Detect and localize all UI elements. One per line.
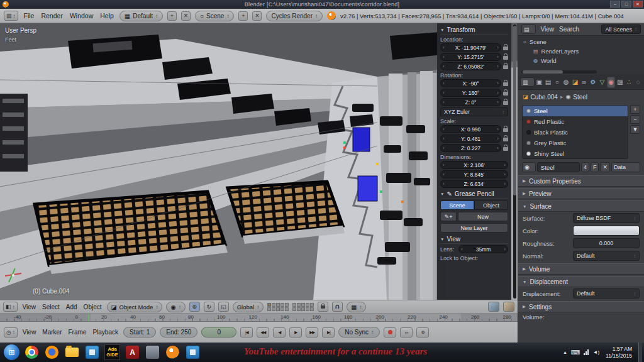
next-keyframe-button[interactable]: ▶▶ xyxy=(306,327,318,337)
timeline-menu-view[interactable]: View xyxy=(21,329,38,336)
menu-help[interactable]: Help xyxy=(99,12,115,19)
manipulator-scale-button[interactable]: ◱ xyxy=(218,302,229,312)
lock-to-scene-button[interactable] xyxy=(318,302,328,312)
show-desktop-button[interactable] xyxy=(638,343,642,362)
n-panel-scrollbar[interactable] xyxy=(513,25,516,299)
material-name-field[interactable]: Steel xyxy=(537,162,580,172)
surface-shader-selector[interactable]: Diffuse BSDF ↕ xyxy=(573,213,640,223)
material-slot-shiny-steel[interactable]: Shiny Steel xyxy=(523,148,628,159)
play-button[interactable]: ▶ xyxy=(289,327,302,337)
manipulator-translate-button[interactable]: ⊕ xyxy=(189,302,200,312)
snap-element-selector[interactable]: ▦ ↕ xyxy=(347,302,366,312)
breadcrumb-material[interactable]: Steel xyxy=(573,94,587,101)
lock-icon[interactable] xyxy=(503,82,508,86)
play-reverse-button[interactable]: ◀ xyxy=(273,327,286,337)
start-button[interactable]: ⊞ xyxy=(4,344,19,360)
timeline-menu-playback[interactable]: Playback xyxy=(91,329,119,336)
frame-start-field[interactable]: Start: 1 xyxy=(123,327,156,337)
tab-object[interactable]: ◪ xyxy=(571,77,579,88)
delete-layout-button[interactable]: ✕ xyxy=(181,11,191,21)
tray-keyboard-icon[interactable]: ⌨ xyxy=(571,349,580,356)
taskbar-media-app-icon[interactable] xyxy=(84,344,100,360)
tab-constraints[interactable]: ∞ xyxy=(580,77,588,88)
tab-modifiers[interactable]: ⚙ xyxy=(589,77,597,88)
settings-panel-header[interactable]: ▶ Settings xyxy=(518,301,644,312)
transform-panel-header[interactable]: ▼ Transform xyxy=(440,25,508,35)
taskbar-clock[interactable]: 1:57 AM 11/15/2015 xyxy=(606,346,632,359)
material-data-source-selector[interactable]: Data ↕ xyxy=(611,162,640,172)
maximize-button[interactable]: □ xyxy=(621,1,631,8)
scene-selector[interactable]: ○ Scene ↕ xyxy=(195,11,234,21)
lock-icon[interactable] xyxy=(503,138,508,141)
outliner-menu-view[interactable]: View xyxy=(541,26,555,33)
tab-scene[interactable]: ○ xyxy=(553,77,561,88)
grease-scene-button[interactable]: Scene xyxy=(440,200,474,210)
dimensions-x-field[interactable]: ‹X: 2.106'› xyxy=(440,161,508,169)
material-slot-red-plastic[interactable]: Red Plastic xyxy=(523,116,628,127)
dimensions-y-field[interactable]: ‹Y: 8.845'› xyxy=(440,170,508,178)
record-button[interactable] xyxy=(384,327,396,337)
rotation-x-field[interactable]: ‹X: -90°› xyxy=(440,79,501,87)
tab-physics[interactable]: ◌ xyxy=(634,77,642,88)
grease-object-button[interactable]: Object xyxy=(474,200,508,210)
location-x-field[interactable]: ‹X: -11.90479'› xyxy=(440,43,501,52)
scale-x-field[interactable]: ‹X: 0.990› xyxy=(440,125,501,133)
render-opengl-anim-button[interactable] xyxy=(503,302,514,312)
outliner-display-selector[interactable]: All Scenes ↕ xyxy=(601,25,641,34)
displacement-selector[interactable]: Default ↕ xyxy=(573,288,640,299)
material-users-button[interactable]: 4 xyxy=(581,162,589,172)
tab-material[interactable]: ◉ xyxy=(607,77,615,88)
mode-selector[interactable]: ◪ Object Mode ↕ xyxy=(107,302,163,312)
outliner-menu-search[interactable]: Search xyxy=(559,26,579,33)
properties-editor-selector[interactable]: ▥ ↕ xyxy=(520,77,535,87)
tab-world[interactable]: ◍ xyxy=(562,77,570,88)
taskbar-app-icon[interactable] xyxy=(145,344,160,360)
viewport-menu-add[interactable]: Add xyxy=(65,304,79,310)
remove-material-slot-button[interactable]: − xyxy=(630,115,640,124)
viewport-menu-select[interactable]: Select xyxy=(41,304,61,310)
viewport-menu-view[interactable]: View xyxy=(21,304,38,310)
outliner-item-scene[interactable]: ○ Scene xyxy=(518,37,644,47)
keyframe-type-button[interactable]: ⚙ xyxy=(416,327,429,337)
timeline-menu-frame[interactable]: Frame xyxy=(67,329,87,336)
close-button[interactable]: ✕ xyxy=(633,1,643,8)
tab-render[interactable]: ▣ xyxy=(535,77,543,88)
snap-toggle-button[interactable]: U xyxy=(332,302,343,312)
scale-y-field[interactable]: ‹Y: 0.481› xyxy=(440,134,501,143)
lock-icon[interactable] xyxy=(503,92,508,96)
tab-render-layers[interactable]: ▤ xyxy=(544,77,552,88)
material-slot-grey-plastic[interactable]: Grey Plastic xyxy=(523,138,628,148)
frame-end-field[interactable]: End: 250 xyxy=(160,327,197,337)
lock-icon[interactable] xyxy=(503,65,508,69)
tab-particles[interactable]: ∴ xyxy=(625,77,633,88)
volume-icon[interactable]: ◄) xyxy=(592,349,599,355)
current-frame-cursor[interactable] xyxy=(88,314,89,321)
roughness-field[interactable]: 0.000 xyxy=(573,238,640,248)
new-layer-button[interactable]: New Layer xyxy=(440,223,508,233)
render-opengl-button[interactable] xyxy=(488,302,499,312)
material-slot-black-plastic[interactable]: Black Plastic xyxy=(523,127,628,138)
scale-z-field[interactable]: ‹Z: 0.227› xyxy=(440,144,501,152)
location-y-field[interactable]: ‹Y: 15.2715'› xyxy=(440,53,501,61)
timeline-editor-selector[interactable]: ◷ ↕ xyxy=(4,327,18,337)
minimize-button[interactable]: – xyxy=(610,1,620,8)
taskbar-blender-icon[interactable] xyxy=(165,344,180,360)
dimensions-z-field[interactable]: ‹Z: 6.634'› xyxy=(440,180,508,188)
layer-grid-2[interactable] xyxy=(292,303,314,311)
outliner-item-world[interactable]: ◍ World xyxy=(518,56,644,65)
jump-to-end-button[interactable]: ▶| xyxy=(322,327,335,337)
taskbar-folder-icon[interactable] xyxy=(64,344,80,360)
taskbar-media-app-2-icon[interactable] xyxy=(185,344,201,360)
menu-render[interactable]: Render xyxy=(40,12,64,19)
current-frame-field[interactable]: 0 xyxy=(201,327,236,337)
viewport-editor-selector[interactable]: ◧ ↕ xyxy=(3,302,18,312)
browse-material-button[interactable]: ◉ ↕ xyxy=(522,162,536,172)
unlink-material-button[interactable]: ✕ xyxy=(600,162,610,172)
normal-selector[interactable]: Default ↕ xyxy=(573,251,640,261)
tab-data[interactable]: ▽ xyxy=(598,77,606,88)
info-editor-selector[interactable]: ▥ ↕ xyxy=(4,11,18,21)
fake-user-button[interactable]: F xyxy=(591,162,599,172)
surface-panel-header[interactable]: ▼ Surface xyxy=(518,200,644,212)
material-specials-button[interactable]: ▼ xyxy=(630,125,640,134)
lock-icon[interactable] xyxy=(503,47,508,50)
